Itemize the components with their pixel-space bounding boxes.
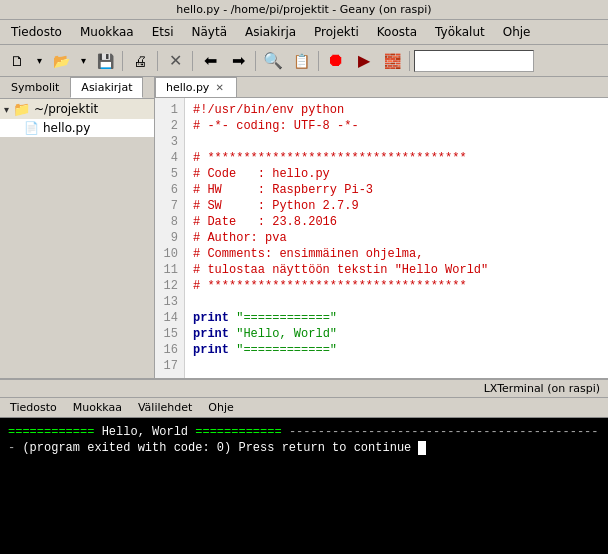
toolbar-separator-4 <box>255 51 256 71</box>
find-button[interactable]: 🔍 <box>260 49 286 73</box>
code-editor[interactable]: 1 2 3 4 5 6 7 8 9 10 11 12 13 14 15 16 1 <box>155 98 608 378</box>
menu-bar: Tiedosto Muokkaa Etsi Näytä Asiakirja Pr… <box>0 20 608 45</box>
open-dropdown[interactable]: ▾ <box>76 49 90 73</box>
tab-symbolit[interactable]: Symbolit <box>0 77 70 98</box>
left-tabs: Symbolit Asiakirjat <box>0 77 154 99</box>
terminal-menu-tiedosto[interactable]: Tiedosto <box>4 400 63 415</box>
menu-tiedosto[interactable]: Tiedosto <box>4 22 69 42</box>
terminal-menu-muokkaa[interactable]: Muokkaa <box>67 400 128 415</box>
open-button[interactable]: 📂 <box>48 49 74 73</box>
build-button[interactable]: 🧱 <box>379 49 405 73</box>
sidebar-folder[interactable]: ▾ 📁 ~/projektit <box>0 99 154 119</box>
terminal-content[interactable]: ============ Hello, World ============ -… <box>0 418 608 554</box>
replace-button[interactable]: 📋 <box>288 49 314 73</box>
terminal-title: LXTerminal (on raspi) <box>0 380 608 398</box>
stop-button[interactable]: ⏺ <box>323 49 349 73</box>
menu-muokkaa[interactable]: Muokkaa <box>73 22 141 42</box>
cut-button[interactable]: ✕ <box>162 49 188 73</box>
toolbar-separator-2 <box>157 51 158 71</box>
sidebar: ▾ 📁 ~/projektit 📄 hello.py <box>0 99 155 137</box>
toolbar-separator-5 <box>318 51 319 71</box>
editor-tabs: hello.py ✕ <box>155 77 608 98</box>
title-bar: hello.py - /home/pi/projektit - Geany (o… <box>0 0 608 20</box>
folder-icon: 📁 <box>13 101 30 117</box>
editor-tab-hello[interactable]: hello.py ✕ <box>155 77 237 97</box>
menu-nayta[interactable]: Näytä <box>185 22 235 42</box>
terminal-menu-valilehdet[interactable]: Välilehdet <box>132 400 198 415</box>
file-label: hello.py <box>43 121 90 135</box>
file-icon: 📄 <box>24 121 39 135</box>
tab-asiakirjat[interactable]: Asiakirjat <box>70 77 143 98</box>
menu-asiakirja[interactable]: Asiakirja <box>238 22 303 42</box>
list-item[interactable]: 📄 hello.py <box>0 119 154 137</box>
menu-ohje[interactable]: Ohje <box>496 22 538 42</box>
editor-area: hello.py ✕ 1 2 3 4 5 6 7 8 9 10 11 12 <box>155 77 608 378</box>
tab-symbolit-label: Symbolit <box>11 81 59 94</box>
toolbar-separator-1 <box>122 51 123 71</box>
terminal-section: LXTerminal (on raspi) Tiedosto Muokkaa V… <box>0 378 608 554</box>
toolbar-separator-6 <box>409 51 410 71</box>
run-button[interactable]: ▶ <box>351 49 377 73</box>
terminal-cursor <box>418 441 426 455</box>
close-icon[interactable]: ✕ <box>213 82 225 93</box>
new-button[interactable]: 🗋 <box>4 49 30 73</box>
menu-tyokalut[interactable]: Työkalut <box>428 22 492 42</box>
terminal-menu-ohje[interactable]: Ohje <box>202 400 239 415</box>
save-button[interactable]: 💾 <box>92 49 118 73</box>
menu-koosta[interactable]: Koosta <box>370 22 424 42</box>
folder-arrow-icon: ▾ <box>4 104 9 115</box>
search-input[interactable] <box>414 50 534 72</box>
menu-projekti[interactable]: Projekti <box>307 22 366 42</box>
editor-tab-label: hello.py <box>166 81 209 94</box>
terminal-menu: Tiedosto Muokkaa Välilehdet Ohje <box>0 398 608 418</box>
line-numbers: 1 2 3 4 5 6 7 8 9 10 11 12 13 14 15 16 1 <box>155 98 185 378</box>
title-text: hello.py - /home/pi/projektit - Geany (o… <box>176 3 431 16</box>
print-button[interactable]: 🖨 <box>127 49 153 73</box>
folder-label: ~/projektit <box>34 102 98 116</box>
tab-asiakirjat-label: Asiakirjat <box>81 81 132 94</box>
new-dropdown[interactable]: ▾ <box>32 49 46 73</box>
menu-etsi[interactable]: Etsi <box>145 22 181 42</box>
undo-button[interactable]: ⬅ <box>197 49 223 73</box>
toolbar: 🗋 ▾ 📂 ▾ 💾 🖨 ✕ ⬅ ➡ 🔍 📋 ⏺ ▶ 🧱 <box>0 45 608 77</box>
redo-button[interactable]: ➡ <box>225 49 251 73</box>
toolbar-separator-3 <box>192 51 193 71</box>
code-content[interactable]: #!/usr/bin/env python # -*- coding: UTF-… <box>185 98 608 378</box>
